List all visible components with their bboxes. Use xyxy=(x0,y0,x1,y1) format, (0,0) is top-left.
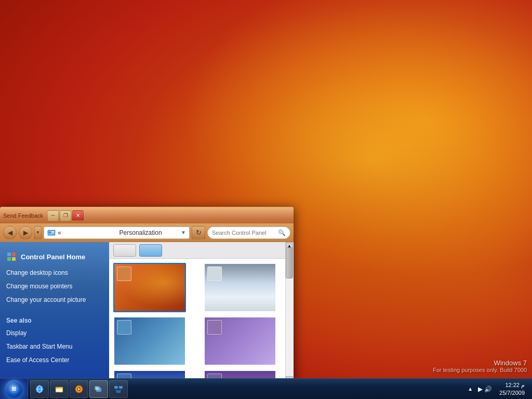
tray-time-value: 12:22 ‏م xyxy=(499,381,525,389)
gallery-icon xyxy=(94,384,104,394)
window-toolbar: ◀ ▶ ▼ « Personalization ▼ ↻ 🔍 xyxy=(0,223,294,242)
close-button[interactable]: ✕ xyxy=(72,210,84,221)
address-text: « xyxy=(58,229,119,236)
display-label: Display xyxy=(6,329,26,337)
taskbar: ⊞ xyxy=(0,378,532,399)
svg-point-24 xyxy=(96,387,98,388)
svg-rect-6 xyxy=(12,252,16,256)
wallpaper-item-1[interactable] xyxy=(113,263,186,312)
win7-title: Windows 7 xyxy=(433,359,527,367)
color-swatch-4 xyxy=(207,320,222,335)
taskbar-start-menu-item[interactable]: Taskbar and Start Menu xyxy=(0,340,109,353)
change-mouse-pointers-item[interactable]: Change mouse pointers xyxy=(0,280,109,293)
window-body: Control Panel Home Change desktop icons … xyxy=(0,242,294,383)
address-location: Personalization xyxy=(119,229,181,236)
taskbar-gallery-button[interactable] xyxy=(89,380,108,398)
scrollbar-thumb[interactable] xyxy=(286,247,293,278)
change-mouse-pointers-label: Change mouse pointers xyxy=(6,283,72,290)
minimize-button[interactable]: ─ xyxy=(47,210,59,221)
restore-button[interactable]: ❐ xyxy=(60,210,71,221)
taskbar-explorer-button[interactable] xyxy=(50,380,69,398)
tray-speaker-icon[interactable]: 🔊 xyxy=(484,385,492,393)
tray-icons: ▶ 🔊 xyxy=(476,385,494,393)
wallpaper-item-2[interactable] xyxy=(204,263,276,312)
send-feedback-link[interactable]: Send Feedback xyxy=(3,212,43,219)
start-button[interactable]: ⊞ xyxy=(0,379,28,400)
taskbar-tray: ▲ ▶ 🔊 12:22 ‏م 25/7/2009‏ xyxy=(462,379,532,400)
address-chevron[interactable]: ▼ xyxy=(181,230,186,235)
strip-btn-left[interactable] xyxy=(113,244,136,257)
change-account-picture-item[interactable]: Change your account picture xyxy=(0,293,109,307)
explorer-icon xyxy=(54,384,64,394)
search-input[interactable] xyxy=(212,230,278,236)
svg-rect-26 xyxy=(114,386,118,389)
left-panel: Control Panel Home Change desktop icons … xyxy=(0,242,109,383)
wallpaper-grid xyxy=(109,259,294,383)
change-account-picture-label: Change your account picture xyxy=(6,296,86,303)
win7-build: For testing purposes only. Build 7000 xyxy=(433,367,527,373)
svg-rect-2 xyxy=(49,232,51,233)
ie-icon xyxy=(34,384,45,394)
tray-expand-button[interactable]: ▲ xyxy=(467,385,474,393)
search-icon[interactable]: 🔍 xyxy=(278,229,286,236)
tray-media-icon[interactable]: ▶ xyxy=(478,385,483,393)
color-swatch-1 xyxy=(117,267,131,281)
taskbar-media-button[interactable] xyxy=(70,380,88,398)
panel-divider xyxy=(0,307,109,313)
nav-dropdown-button[interactable]: ▼ xyxy=(34,226,42,240)
display-item[interactable]: Display xyxy=(0,326,109,340)
color-swatch-2 xyxy=(207,267,222,281)
taskbar-start-menu-label: Taskbar and Start Menu xyxy=(6,343,72,350)
svg-rect-16 xyxy=(56,389,62,392)
svg-rect-8 xyxy=(12,257,16,261)
control-panel-home-item[interactable]: Control Panel Home xyxy=(0,247,109,266)
address-bar[interactable]: « Personalization ▼ xyxy=(44,227,190,239)
win7-branding: Windows 7 For testing purposes only. Bui… xyxy=(433,359,527,373)
svg-rect-5 xyxy=(7,252,11,256)
svg-rect-27 xyxy=(119,386,123,389)
search-bar[interactable]: 🔍 xyxy=(207,227,290,239)
forward-button[interactable]: ▶ xyxy=(19,226,32,240)
media-icon xyxy=(74,384,84,394)
wallpaper-thumbnail-2 xyxy=(205,264,275,311)
color-swatch-3 xyxy=(117,320,131,335)
back-button[interactable]: ◀ xyxy=(3,226,17,240)
right-panel: ▲ ▼ xyxy=(109,242,294,383)
taskbar-items xyxy=(28,379,462,400)
taskbar-ie-button[interactable] xyxy=(30,380,49,398)
strip-btn-right[interactable] xyxy=(139,244,162,257)
change-desktop-icons-item[interactable]: Change desktop icons xyxy=(0,266,109,280)
svg-rect-7 xyxy=(7,257,11,261)
tray-date-value: 25/7/2009‏ xyxy=(499,389,525,396)
window-controls: ─ ❐ ✕ xyxy=(47,210,84,221)
scrollbar-track[interactable]: ▲ ▼ xyxy=(285,242,294,383)
window-titlebar: Send Feedback ─ ❐ ✕ xyxy=(0,207,294,223)
address-icon xyxy=(47,229,56,237)
ease-access-item[interactable]: Ease of Access Center xyxy=(0,353,109,367)
wallpaper-thumbnail-1 xyxy=(114,264,185,311)
wallpaper-thumbnail-3 xyxy=(114,317,185,365)
ease-access-label: Ease of Access Center xyxy=(6,356,69,364)
control-panel-home-label: Control Panel Home xyxy=(21,253,85,261)
start-orb-inner: ⊞ xyxy=(9,384,19,394)
network-icon xyxy=(113,384,124,394)
wallpaper-thumbnail-4 xyxy=(205,317,275,365)
tray-clock[interactable]: 12:22 ‏م 25/7/2009‏ xyxy=(496,381,528,396)
start-orb: ⊞ xyxy=(5,380,23,398)
svg-rect-4 xyxy=(51,232,54,233)
control-panel-icon xyxy=(6,251,17,262)
svg-rect-3 xyxy=(51,231,54,232)
wallpaper-item-3[interactable] xyxy=(113,316,186,366)
see-also-label: See also xyxy=(0,313,109,326)
top-strip xyxy=(109,242,294,259)
taskbar-network-button[interactable] xyxy=(109,380,128,398)
refresh-button[interactable]: ↻ xyxy=(192,226,205,240)
wallpaper-item-4[interactable] xyxy=(204,316,276,366)
explorer-window: Send Feedback ─ ❐ ✕ ◀ ▶ ▼ « Personalizat… xyxy=(0,207,294,383)
change-desktop-icons-label: Change desktop icons xyxy=(6,269,68,276)
